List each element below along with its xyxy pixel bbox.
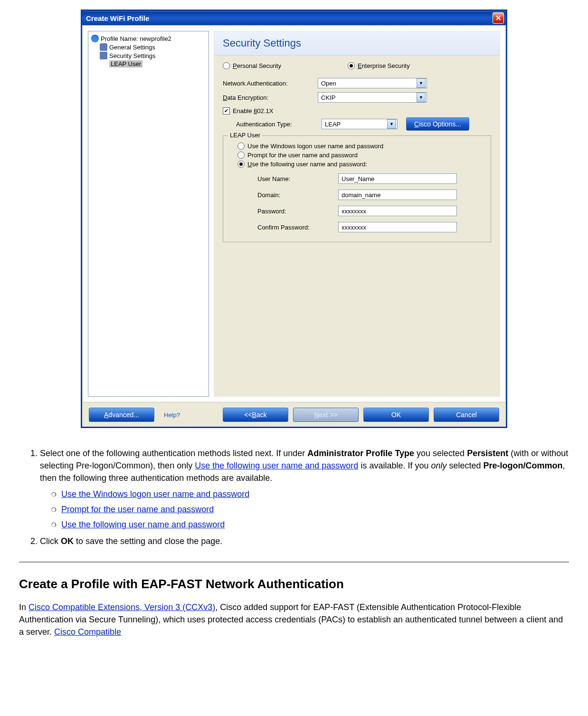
auth-type-label: Authentication Type:	[236, 121, 318, 128]
auth-type-select[interactable]: LEAP ▼	[322, 119, 398, 129]
radio-icon	[237, 143, 245, 150]
link-use-following[interactable]: Use the following user name and password	[195, 461, 358, 470]
sub-option: Use the following user name and password	[51, 518, 569, 531]
data-encryption-select[interactable]: CKIP ▼	[318, 92, 427, 103]
titlebar: Create WiFi Profile ✕	[82, 11, 506, 25]
user-name-input[interactable]: User_Name	[338, 173, 457, 184]
confirm-password-label: Confirm Password:	[257, 224, 338, 231]
link-prompt-user[interactable]: Prompt for the user name and password	[61, 505, 214, 514]
profile-tree[interactable]: Profile Name: newprofile2 General Settin…	[88, 31, 209, 397]
radio-icon	[348, 62, 355, 69]
tree-label: LEAP User	[109, 60, 142, 67]
sub-option: Prompt for the user name and password	[51, 503, 569, 516]
pane-header: Security Settings	[214, 31, 500, 56]
window-title: Create WiFi Profile	[86, 14, 149, 22]
network-auth-select[interactable]: Open ▼	[318, 78, 427, 88]
cisco-options-button[interactable]: Cisco Options...	[406, 117, 469, 131]
ok-button[interactable]: OK	[363, 408, 429, 422]
sub-option: Use the Windows logon user name and pass…	[51, 488, 569, 500]
help-link[interactable]: Help?	[164, 411, 180, 419]
link-windows-logon[interactable]: Use the Windows logon user name and pass…	[61, 489, 249, 499]
section-heading: Create a Profile with EAP-FAST Network A…	[19, 577, 569, 592]
select-value: LEAP	[325, 121, 341, 128]
tree-leap-user[interactable]: LEAP User	[90, 60, 207, 68]
enable-8021x-checkbox[interactable]: ✔ Enable 802.1X	[223, 107, 491, 115]
document-body: Select one of the following authenticati…	[19, 447, 569, 638]
user-name-label: User Name:	[257, 175, 338, 182]
security-settings-pane: Security Settings Personal Security Ente…	[214, 31, 500, 397]
confirm-password-input[interactable]: xxxxxxxx	[338, 222, 457, 232]
back-button[interactable]: << Back	[223, 408, 288, 422]
radio-icon	[237, 161, 245, 168]
network-auth-label: Network Authentication:	[223, 80, 318, 87]
settings-icon	[100, 43, 107, 51]
tree-security-settings[interactable]: Security Settings	[90, 51, 207, 60]
radio-icon	[223, 62, 230, 69]
use-windows-logon-radio[interactable]: Use the Windows logon user name and pass…	[237, 143, 484, 150]
enterprise-security-radio[interactable]: Enterprise Security	[348, 62, 410, 69]
step-1: Select one of the following authenticati…	[40, 447, 569, 531]
leap-user-groupbox: LEAP User Use the Windows logon user nam…	[223, 135, 491, 242]
dialog-footer: Advanced... Help? << Back Next >> OK Can…	[82, 402, 506, 427]
domain-label: Domain:	[257, 191, 338, 199]
wifi-icon	[91, 35, 99, 42]
close-icon[interactable]: ✕	[493, 12, 504, 24]
select-value: CKIP	[321, 94, 335, 101]
domain-input[interactable]: domain_name	[338, 190, 457, 200]
select-value: Open	[321, 80, 336, 87]
lock-icon	[100, 52, 107, 59]
next-button[interactable]: Next >>	[293, 408, 359, 422]
advanced-button[interactable]: Advanced...	[89, 408, 154, 422]
data-encryption-label: Data Encryption:	[223, 94, 318, 101]
tree-general-settings[interactable]: General Settings	[90, 43, 207, 51]
chevron-down-icon: ▼	[387, 119, 396, 129]
cancel-button[interactable]: Cancel	[434, 408, 499, 422]
radio-icon	[237, 152, 245, 159]
link-ccxv3[interactable]: Cisco Compatible Extensions, Version 3 (…	[28, 602, 215, 612]
personal-security-radio[interactable]: Personal Security	[223, 62, 281, 69]
password-label: Password:	[257, 208, 338, 215]
password-input[interactable]: xxxxxxxx	[338, 206, 457, 216]
tree-label: General Settings	[109, 44, 155, 51]
groupbox-legend: LEAP User	[228, 132, 262, 139]
link-use-following-2[interactable]: Use the following user name and password	[61, 520, 225, 529]
tree-profile-name[interactable]: Profile Name: newprofile2	[90, 34, 207, 43]
link-cisco-compatible[interactable]: Cisco Compatible	[54, 627, 121, 637]
prompt-user-radio[interactable]: Prompt for the user name and password	[237, 152, 484, 159]
paragraph: In Cisco Compatible Extensions, Version …	[19, 601, 569, 638]
create-wifi-profile-dialog: Create WiFi Profile ✕ Profile Name: newp…	[81, 10, 507, 428]
divider	[19, 562, 569, 563]
chevron-down-icon: ▼	[417, 78, 426, 88]
step-2: Click OK to save the setting and close t…	[40, 535, 569, 547]
chevron-down-icon: ▼	[417, 93, 426, 102]
tree-label: Security Settings	[109, 52, 156, 59]
use-following-radio[interactable]: Use the following user name and password…	[237, 161, 484, 168]
tree-label: Profile Name: newprofile2	[101, 35, 171, 42]
checkbox-icon: ✔	[223, 107, 230, 115]
